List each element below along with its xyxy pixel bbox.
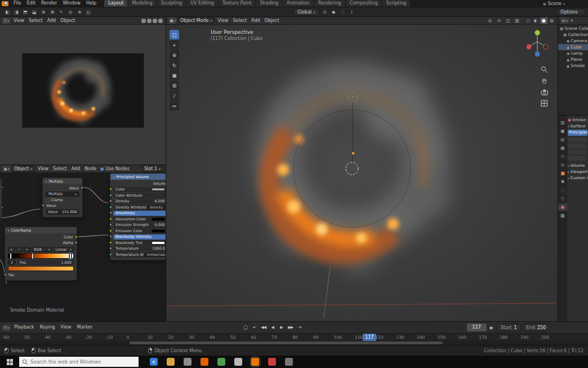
setting-row[interactable] bbox=[568, 150, 587, 154]
setting-row[interactable] bbox=[568, 156, 587, 161]
transform-orientation-dropdown[interactable]: Global▾ bbox=[293, 8, 319, 16]
principled-volume-node[interactable]: ▾Principled Volume Volume Color bbox=[110, 173, 166, 260]
input-socket[interactable] bbox=[109, 253, 112, 256]
topbar-menu-item[interactable]: File bbox=[11, 0, 24, 7]
timeline-scrollbar[interactable] bbox=[0, 341, 588, 345]
toolbar-icon[interactable]: ◨ bbox=[12, 8, 21, 16]
viewport-tool-button[interactable]: + bbox=[170, 40, 179, 50]
workspace-tab[interactable]: UV Editing bbox=[186, 0, 218, 7]
timeline-menu-item[interactable]: View bbox=[58, 324, 74, 331]
viewport-tool-button[interactable]: ↔ bbox=[170, 101, 179, 110]
panel-header-surface[interactable]: ▾ Surface bbox=[568, 123, 587, 129]
color-ramp-gradient[interactable] bbox=[8, 253, 74, 259]
editor-menu-item[interactable]: Select bbox=[51, 166, 69, 172]
taskbar-app-icon[interactable] bbox=[285, 358, 293, 366]
node-input-row[interactable]: Color Attribute bbox=[113, 193, 166, 198]
editor-type-icon[interactable]: ◷▾ bbox=[2, 325, 11, 331]
toolbar-icon[interactable]: ⊠ bbox=[48, 8, 57, 16]
stop-position-slider[interactable]: Pos 1.000 bbox=[17, 260, 74, 265]
ramp-stop[interactable] bbox=[32, 253, 34, 259]
shading-mode-button[interactable]: ● bbox=[540, 17, 547, 24]
node-input-row[interactable]: Temperature Attribute temperature bbox=[113, 252, 166, 258]
shading-mode-button[interactable]: ○ bbox=[524, 17, 532, 24]
overlay-toggle-icon[interactable]: ▥ bbox=[513, 17, 522, 25]
node-canvas[interactable]: ▾Multiply Value Multiply▾ Clamp Value Va… bbox=[0, 173, 166, 321]
playback-button[interactable]: ▶ bbox=[277, 323, 286, 331]
setting-row[interactable] bbox=[568, 144, 587, 148]
node-input-row[interactable]: Color bbox=[113, 187, 166, 193]
input-socket[interactable] bbox=[109, 206, 112, 209]
value-slider[interactable]: Value151.800 bbox=[46, 209, 79, 215]
properties-tab[interactable]: ▤ bbox=[558, 136, 567, 143]
properties-tab[interactable]: ▧ bbox=[558, 119, 567, 126]
camera-view-icon[interactable] bbox=[540, 88, 549, 96]
outliner-item[interactable]: ◆ Camera bbox=[558, 38, 588, 44]
interpolation-dropdown[interactable]: Linear▾ bbox=[54, 247, 74, 252]
viewport-tool-button[interactable]: ∕ bbox=[170, 91, 179, 100]
input-socket[interactable] bbox=[42, 204, 44, 207]
workspace-tab[interactable]: Shading bbox=[256, 0, 282, 7]
node-input-row[interactable]: Emission Color bbox=[113, 228, 166, 234]
viewport-tool-button[interactable]: ◻ bbox=[170, 30, 179, 39]
editor-type-icon[interactable]: ◫▾ bbox=[2, 17, 11, 24]
collapsed-panel-header[interactable]: ▸ Custom Properties bbox=[568, 175, 587, 181]
workspace-tab[interactable]: Texture Paint bbox=[219, 0, 256, 7]
timeline-menu-item[interactable]: Marker bbox=[74, 324, 96, 331]
outliner-item[interactable]: ▦ Scene Collection bbox=[558, 25, 588, 32]
start-button[interactable] bbox=[0, 356, 19, 368]
topbar-menu-item[interactable]: Window bbox=[60, 0, 83, 7]
collapse-icon[interactable]: ▾ bbox=[46, 180, 47, 183]
math-multiply-node[interactable]: ▾Multiply Value Multiply▾ Clamp Value Va… bbox=[42, 178, 83, 218]
ortho-grid-icon[interactable] bbox=[540, 99, 549, 108]
stop-color-swatch[interactable] bbox=[8, 266, 74, 271]
delete-stop-button[interactable]: − bbox=[16, 247, 23, 252]
colorramp-node[interactable]: ▾ColorRamp Color Alpha + − ▾ RGB▾ Linear… bbox=[5, 227, 77, 281]
current-frame-field[interactable]: 117 bbox=[467, 323, 487, 331]
overlay-toggle-icon[interactable]: ⊙ bbox=[495, 17, 504, 25]
playback-button[interactable]: ▶▶ bbox=[286, 323, 295, 331]
taskbar-app-icon[interactable] bbox=[167, 358, 175, 366]
snap-proportional-icon[interactable]: ⊙ bbox=[320, 8, 329, 16]
frame-ruler[interactable]: -60-50-40-30-20-100102030405060708090100… bbox=[0, 333, 588, 341]
color-output-socket[interactable] bbox=[75, 236, 78, 238]
workspace-tab[interactable]: Compositing bbox=[346, 0, 382, 7]
zoom-icon[interactable] bbox=[540, 65, 549, 74]
shading-sphere-icon[interactable] bbox=[141, 19, 146, 23]
overlay-toggle-icon[interactable]: ◎ bbox=[485, 17, 495, 25]
color-mode-dropdown[interactable]: RGB▾ bbox=[32, 247, 52, 252]
ramp-stop[interactable] bbox=[10, 253, 12, 259]
clamp-toggle[interactable]: Clamp bbox=[46, 197, 79, 203]
setting-row[interactable] bbox=[568, 138, 587, 142]
editor-menu-item[interactable]: Node bbox=[82, 166, 99, 172]
taskbar-app-icon[interactable] bbox=[251, 358, 259, 366]
toolbar-icon[interactable]: ⬒ bbox=[21, 8, 30, 16]
toolbar-icon[interactable]: ⊞ bbox=[39, 8, 48, 16]
timeline-menu-item[interactable]: Playback bbox=[11, 324, 37, 331]
topbar-menu-item[interactable]: Help bbox=[83, 0, 99, 7]
input-socket[interactable] bbox=[109, 211, 112, 214]
snap-proportional-icon[interactable]: ◆ bbox=[329, 8, 338, 16]
outliner-item[interactable]: ▲ Smoke bbox=[558, 63, 588, 69]
topbar-menu-item[interactable]: Edit bbox=[24, 0, 38, 7]
shading-sphere-icon[interactable] bbox=[153, 19, 157, 23]
properties-tab[interactable]: ◌ bbox=[558, 187, 567, 194]
workspace-tab[interactable]: Animation bbox=[283, 0, 314, 7]
input-socket[interactable] bbox=[109, 241, 112, 244]
taskbar-app-icon[interactable] bbox=[201, 358, 208, 366]
workspace-tab[interactable]: Rendering bbox=[314, 0, 345, 7]
node-input-row[interactable]: Density 6.000 bbox=[113, 199, 166, 205]
editor-menu-item[interactable]: Object bbox=[58, 17, 77, 24]
viewport-tool-button[interactable]: ▣ bbox=[170, 70, 179, 80]
pan-hand-icon[interactable] bbox=[540, 77, 549, 85]
workspace-tab[interactable]: Sculpting bbox=[157, 0, 186, 7]
input-socket[interactable] bbox=[109, 194, 112, 197]
alpha-output-socket[interactable] bbox=[75, 241, 78, 244]
operation-dropdown[interactable]: Multiply▾ bbox=[46, 192, 79, 197]
ramp-options-button[interactable]: ▾ bbox=[24, 247, 30, 252]
workspace-tab[interactable]: Layout bbox=[104, 0, 127, 7]
navigation-gizmo[interactable] bbox=[525, 28, 550, 62]
collapse-icon[interactable]: ▾ bbox=[113, 175, 115, 179]
datablock-breadcrumb[interactable]: ● Smoke Domain Material bbox=[568, 117, 587, 123]
node-input-row[interactable]: Density Attribute density bbox=[113, 205, 166, 210]
outliner-item[interactable]: ▲ Plane bbox=[558, 56, 588, 63]
